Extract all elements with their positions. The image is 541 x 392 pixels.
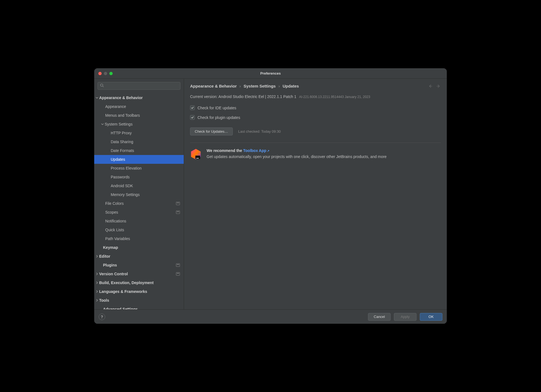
search-input-container[interactable] [98,82,180,90]
ok-button[interactable]: OK [420,313,442,321]
tree-item-label: Memory Settings [111,192,180,197]
cancel-button[interactable]: Cancel [368,313,391,321]
tree-item-editor[interactable]: Editor [94,252,184,261]
tree-item-label: Plugins [103,263,176,267]
tree-item-memory-settings[interactable]: Memory Settings [94,190,184,199]
tree-item-label: Android SDK [111,184,180,188]
tree-item-path-variables[interactable]: Path Variables [94,234,184,243]
tree-item-label: Data Sharing [111,140,180,144]
tree-item-http-proxy[interactable]: HTTP Proxy [94,129,184,137]
apply-button[interactable]: Apply [394,313,416,321]
tree-item-label: Menus and Toolbars [105,113,180,118]
divider [190,143,441,143]
tree-item-label: Build, Execution, Deployment [99,281,180,285]
recommend-description: Get updates automatically, open your pro… [207,154,386,160]
chevron-right-icon[interactable] [95,281,99,284]
tree-item-file-colors[interactable]: File Colors [94,199,184,208]
back-arrow-icon[interactable] [428,84,432,88]
tree-item-label: Languages & Frameworks [99,289,180,294]
tree-item-android-sdk[interactable]: Android SDK [94,181,184,190]
tree-item-label: Appearance [105,104,180,109]
breadcrumb-part-2[interactable]: System Settings [244,84,276,88]
check-ide-updates-row[interactable]: Check for IDE updates [190,105,441,110]
window-body: Appearance & BehaviorAppearanceMenus and… [94,79,447,309]
breadcrumb-part-1[interactable]: Appearance & Behavior [190,84,237,88]
chevron-down-icon[interactable] [95,96,99,99]
project-level-badge-icon [176,211,180,214]
toolbox-app-icon [190,148,202,160]
tree-item-languages-frameworks[interactable]: Languages & Frameworks [94,287,184,296]
footer: ? Cancel Apply OK [94,309,447,324]
tree-item-appearance[interactable]: Appearance [94,102,184,111]
chevron-right-icon[interactable] [95,290,99,293]
check-plugin-updates-row[interactable]: Check for plugin updates [190,115,441,120]
tree-item-notifications[interactable]: Notifications [94,217,184,225]
tree-item-scopes[interactable]: Scopes [94,208,184,217]
tree-item-keymap[interactable]: Keymap [94,243,184,252]
tree-item-label: File Colors [105,201,176,206]
tree-item-label: Notifications [105,219,180,223]
project-level-badge-icon [176,263,180,267]
project-level-badge-icon [176,272,180,276]
chevron-right-icon[interactable] [95,255,99,258]
svg-point-0 [101,84,103,86]
tree-item-label: Path Variables [105,236,180,241]
svg-line-1 [103,86,104,87]
checkbox-checked-icon[interactable] [190,115,195,120]
tree-item-label: Date Formats [111,148,180,153]
recommend-headline: We recommend the Toolbox App↗ [207,148,386,154]
tree-item-advanced-settings[interactable]: Advanced Settings [94,305,184,309]
tree-item-updates[interactable]: Updates [94,155,184,164]
svg-rect-4 [196,158,199,159]
search-icon [100,83,104,88]
tree-item-tools[interactable]: Tools [94,296,184,305]
tree-item-data-sharing[interactable]: Data Sharing [94,137,184,146]
tree-item-passwords[interactable]: Passwords [94,173,184,181]
tree-item-label: Version Control [99,272,176,276]
close-window-button[interactable] [98,72,102,75]
tree-item-label: Passwords [111,175,180,179]
tree-item-label: Process Elevation [111,166,180,170]
last-checked-label: Last checked: Today 09:30 [238,129,281,134]
tree-item-date-formats[interactable]: Date Formats [94,146,184,155]
chevron-down-icon[interactable] [101,123,104,126]
maximize-window-button[interactable] [109,72,113,75]
breadcrumb-part-3: Updates [283,84,299,88]
chevron-right-icon[interactable] [95,299,99,302]
tree-item-menus-and-toolbars[interactable]: Menus and Toolbars [94,111,184,120]
tree-item-plugins[interactable]: Plugins [94,261,184,270]
tree-item-appearance-behavior[interactable]: Appearance & Behavior [94,93,184,102]
tree-item-label: Editor [99,254,180,258]
version-row: Current version: Android Studio Electric… [190,94,441,99]
tree-item-version-control[interactable]: Version Control [94,270,184,278]
tree-item-label: Quick Lists [105,228,180,232]
settings-tree: Appearance & BehaviorAppearanceMenus and… [94,92,184,309]
window-title: Preferences [94,71,447,75]
check-plugin-updates-label: Check for plugin updates [198,115,240,120]
window-controls [94,72,113,75]
tree-item-label: System Settings [105,122,180,126]
sidebar: Appearance & BehaviorAppearanceMenus and… [94,79,184,309]
tree-item-process-elevation[interactable]: Process Elevation [94,164,184,173]
breadcrumb: Appearance & Behavior › System Settings … [190,84,299,88]
check-for-updates-button[interactable]: Check for Updates… [190,127,233,135]
minimize-window-button[interactable] [104,72,107,75]
forward-arrow-icon[interactable] [436,84,441,88]
search-input[interactable] [106,84,178,88]
tree-item-label: HTTP Proxy [111,131,180,135]
chevron-right-icon[interactable] [95,273,99,275]
tree-item-system-settings[interactable]: System Settings [94,120,184,129]
titlebar: Preferences [94,68,447,79]
checkbox-checked-icon[interactable] [190,105,195,110]
nav-arrows [428,84,441,88]
toolbox-app-link[interactable]: Toolbox App [243,148,266,153]
recommend-panel: We recommend the Toolbox App↗ Get update… [190,148,441,160]
tree-item-quick-lists[interactable]: Quick Lists [94,225,184,234]
project-level-badge-icon [176,202,180,205]
chevron-right-icon: › [239,84,241,88]
tree-item-label: Keymap [103,245,180,250]
external-link-icon: ↗ [267,149,269,153]
build-info-label: AI-221.6008.13.2211.9514443 January 21, … [299,95,370,99]
tree-item-build-execution-deployment[interactable]: Build, Execution, Deployment [94,278,184,287]
help-button[interactable]: ? [99,314,105,320]
